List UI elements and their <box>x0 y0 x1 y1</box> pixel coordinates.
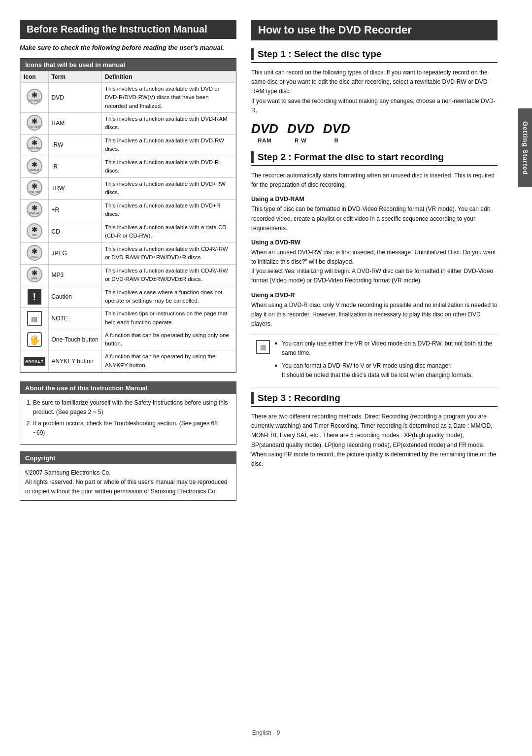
copyright-body: ©2007 Samsung Electronics Co.All rights … <box>20 464 236 501</box>
table-row: ✱DVD+HDDDVDThis involves a function avai… <box>21 83 236 113</box>
definition-cell: This involves a function available with … <box>101 134 235 156</box>
disc-logos: DVDRAMDVDR WDVDR <box>251 121 498 143</box>
disc-icon: ✱DVD+R <box>27 202 42 217</box>
table-row: ✱DVD+RAMRAMThis involves a function avai… <box>21 112 236 134</box>
onetouch-icon: 🖐 <box>27 332 42 347</box>
disc-icon-inner: ✱DVD+HDD <box>28 90 41 103</box>
sub-heading: Using a DVD-RW <box>251 239 498 246</box>
list-item: Be sure to familiarize yourself with the… <box>33 398 231 417</box>
disc-icon-inner: ✱DVD+RAM <box>28 116 41 130</box>
definition-cell: A function that can be operated by using… <box>101 329 235 350</box>
icon-cell: ✱DVD+R <box>21 199 49 221</box>
disc-icon: ✱DVD+HDD <box>27 89 42 104</box>
disc-icon-inner: ✱DVD-RW <box>28 137 41 151</box>
table-row: ✱CDCDThis involves a function available … <box>21 221 236 242</box>
disc-icon: ✱DVD+RW <box>27 180 42 196</box>
disc-icon-inner: ✱JPEG <box>28 246 41 260</box>
col-term: Term <box>48 71 101 83</box>
right-section-title: How to use the DVD Recorder <box>251 20 498 40</box>
disc-icon: ✱MP3 <box>27 267 42 282</box>
steps-container: Step 1 : Select the disc typeThis unit c… <box>251 48 498 469</box>
list-item: If a problem occurs, check the Troublesh… <box>33 419 231 438</box>
disc-icon: ✱JPEG <box>27 245 42 261</box>
definition-cell: This involves a case where a function do… <box>101 286 235 308</box>
page-footer: English - 9 <box>0 729 532 736</box>
col-icon: Icon <box>21 71 49 83</box>
icon-cell: ANYKEY <box>21 350 49 372</box>
definition-cell: This involves a function available with … <box>101 83 235 113</box>
page-container: Before Reading the Instruction Manual Ma… <box>0 0 532 756</box>
term-cell: ANYKEY button <box>48 350 101 372</box>
icon-cell: ✱JPEG <box>21 242 49 264</box>
left-column: Before Reading the Instruction Manual Ma… <box>20 20 236 718</box>
sub-body: When using a DVD-R disc, only V mode rec… <box>251 301 498 329</box>
icon-cell: ▦ <box>21 308 49 329</box>
sub-body: This type of disc can be formatted in DV… <box>251 205 498 233</box>
sub-heading: Using a DVD-RAM <box>251 196 498 203</box>
icon-cell: ✱DVD-RW <box>21 134 49 156</box>
col-definition: Definition <box>101 71 235 83</box>
disc-icon-inner: ✱DVD+R <box>28 203 41 216</box>
disc-logo-item: DVDRAM <box>251 121 278 143</box>
definition-cell: This involves a function available with … <box>101 264 235 286</box>
step-heading-bar <box>251 151 254 163</box>
table-row: ANYKEYANYKEY buttonA function that can b… <box>21 350 236 372</box>
term-cell: CD <box>48 221 101 242</box>
icon-cell: ✱DVD+RW <box>21 177 49 199</box>
main-content: Before Reading the Instruction Manual Ma… <box>0 20 532 718</box>
copyright-section: Copyright ©2007 Samsung Electronics Co.A… <box>20 451 236 501</box>
copyright-line: ©2007 Samsung Electronics Co. <box>25 468 231 478</box>
step-body: There are two different recording method… <box>251 412 498 469</box>
table-row: ✱DVD-RW-RWThis involves a function avail… <box>21 134 236 156</box>
step-heading-bar <box>251 48 254 60</box>
left-subtitle: Make sure to check the following before … <box>20 44 236 51</box>
disc-icon-inner: ✱DVD+RW <box>28 181 41 195</box>
left-section-title: Before Reading the Instruction Manual <box>20 20 236 39</box>
definition-cell: This involves a function available with … <box>101 112 235 134</box>
note-icon: ▦ <box>27 311 42 326</box>
term-cell: JPEG <box>48 242 101 264</box>
table-row: ✱MP3MP3This involves a function availabl… <box>21 264 236 286</box>
side-tab: Getting Started <box>518 108 532 187</box>
step-body: This unit can record on the following ty… <box>251 68 498 115</box>
term-cell: +R <box>48 199 101 221</box>
term-cell: -RW <box>48 134 101 156</box>
disc-icon-inner: ✱DVD-R <box>28 159 41 173</box>
icons-table-section: Icons that will be used in manual Icon T… <box>20 58 236 373</box>
note-icon: ▦ <box>256 340 270 354</box>
definition-cell: A function that can be operated by using… <box>101 350 235 372</box>
disc-icon: ✱DVD-R <box>27 158 42 174</box>
step-heading-text: Step 3 : Recording <box>258 393 340 404</box>
copyright-line: All rights reserved; No part or whole of… <box>25 478 231 496</box>
step-heading-text: Step 1 : Select the disc type <box>258 49 381 60</box>
definition-cell: This involves a function available with … <box>101 156 235 177</box>
icon-cell: ✱DVD+RAM <box>21 112 49 134</box>
note-list: You can only use either the VR or Video … <box>275 339 493 383</box>
sub-heading: Using a DVD-R <box>251 292 498 299</box>
disc-logo-label: R <box>334 137 339 143</box>
disc-icon: ✱CD <box>27 223 42 239</box>
icon-cell: ✱CD <box>21 221 49 242</box>
table-row: ✱DVD+RW+RWThis involves a function avail… <box>21 177 236 199</box>
table-row: ▦NOTEThis involves tips or instructions … <box>21 308 236 329</box>
disc-logo-item: DVDR W <box>287 121 314 143</box>
copyright-header: Copyright <box>20 452 236 464</box>
disc-logo-label: R W <box>295 137 306 143</box>
disc-icon-inner: ✱MP3 <box>28 268 41 281</box>
step-heading: Step 3 : Recording <box>251 392 498 407</box>
disc-icon: ✱DVD-RW <box>27 137 42 152</box>
icons-table-header: Icons that will be used in manual <box>20 59 236 71</box>
right-column: How to use the DVD Recorder Step 1 : Sel… <box>251 20 512 718</box>
note-list-item: You can format a DVD-RW to V or VR mode … <box>275 361 493 380</box>
note-box: ▦You can only use either the VR or Video… <box>251 335 498 387</box>
term-cell: One-Touch button <box>48 329 101 350</box>
term-cell: MP3 <box>48 264 101 286</box>
step-body: The recorder automatically starts format… <box>251 171 498 190</box>
disc-icon-inner: ✱CD <box>28 224 41 238</box>
dvd-logo: DVD <box>251 121 278 137</box>
step-heading-text: Step 2 : Format the disc to start record… <box>258 152 444 163</box>
dvd-logo: DVD <box>323 121 350 137</box>
note-list-item: You can only use either the VR or Video … <box>275 339 493 358</box>
about-body: Be sure to familiarize yourself with the… <box>20 394 236 444</box>
table-row: ✱DVD-R-RThis involves a function availab… <box>21 156 236 177</box>
